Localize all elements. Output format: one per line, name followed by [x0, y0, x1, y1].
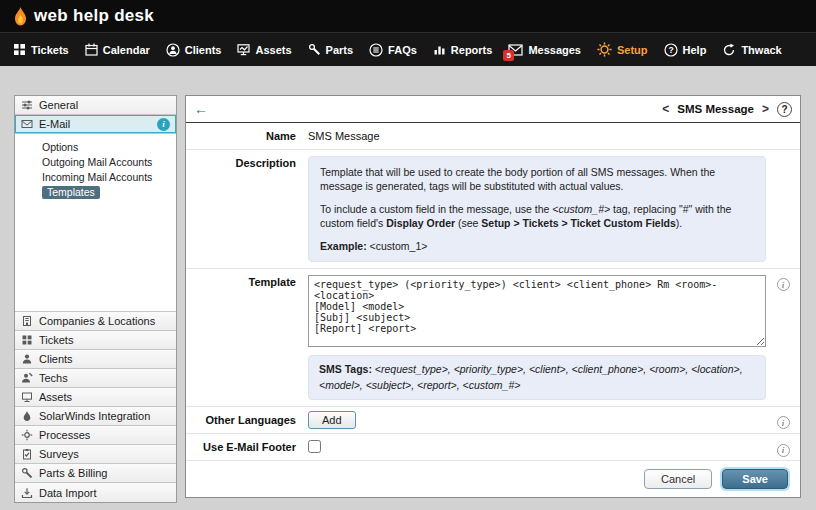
description-row: Description Template that will be used t… [186, 150, 800, 269]
sidebar-item-processes[interactable]: Processes [15, 426, 176, 445]
sidebar-item-templates[interactable]: Templates [42, 185, 176, 199]
messages-count-badge: 5 [503, 50, 513, 61]
email-subsection: Options Outgoing Mail Accounts Incoming … [15, 134, 176, 312]
tickets-icon [13, 43, 26, 56]
use-email-footer-info-icon[interactable]: i [777, 444, 790, 457]
template-label: Template [186, 269, 308, 295]
nav-label: Clients [185, 44, 222, 56]
use-email-footer-checkbox[interactable] [308, 440, 321, 453]
monitor-icon [21, 391, 33, 403]
sidebar-item-email[interactable]: E-Mail i [15, 115, 176, 134]
main-nav: Tickets Calendar Clients Assets Parts FA… [0, 32, 816, 66]
sidebar-item-surveys[interactable]: Surveys [15, 445, 176, 464]
faqs-icon [369, 43, 383, 57]
sidebar-item-options[interactable]: Options [42, 140, 176, 154]
email-icon [21, 118, 33, 130]
setup-sidebar: General E-Mail i Options Outgoing Mail A… [14, 95, 177, 503]
reports-icon [433, 43, 446, 56]
web-help-desk-app: web help desk Tickets Calendar Clients A… [0, 0, 816, 510]
sidebar-item-label: Parts & Billing [39, 467, 107, 479]
sidebar-item-label: Assets [39, 391, 72, 403]
sub-item-label: Options [42, 141, 78, 153]
flame-logo-icon [13, 7, 28, 26]
sidebar-item-label: Tickets [39, 334, 73, 346]
nav-item-clients[interactable]: Clients [166, 43, 222, 57]
sidebar-item-outgoing-mail-accounts[interactable]: Outgoing Mail Accounts [42, 155, 176, 169]
nav-label: Tickets [31, 44, 69, 56]
save-button[interactable]: Save [722, 469, 788, 489]
sidebar-item-incoming-mail-accounts[interactable]: Incoming Mail Accounts [42, 170, 176, 184]
sidebar-item-label: Companies & Locations [39, 315, 155, 327]
name-label: Name [186, 123, 308, 149]
name-value: SMS Message [308, 130, 766, 142]
other-languages-info-icon[interactable]: i [777, 416, 790, 429]
description-paragraph-1: Template that will be used to create the… [320, 165, 754, 194]
sidebar-item-techs[interactable]: Techs [15, 369, 176, 388]
nav-label: Thwack [741, 44, 781, 56]
sidebar-item-data-import[interactable]: Data Import [15, 483, 176, 502]
app-logo-text: web help desk [34, 6, 154, 26]
parts-icon [308, 43, 321, 56]
sidebar-item-companies-locations[interactable]: Companies & Locations [15, 312, 176, 331]
use-email-footer-row: Use E-Mail Footer i [186, 434, 800, 461]
description-label: Description [186, 150, 308, 176]
sidebar-item-assets[interactable]: Assets [15, 388, 176, 407]
sidebar-item-label: E-Mail [39, 118, 70, 130]
cancel-button[interactable]: Cancel [644, 469, 712, 489]
sidebar-item-clients[interactable]: Clients [15, 350, 176, 369]
nav-item-reports[interactable]: Reports [433, 43, 493, 56]
svg-text:?: ? [668, 45, 673, 55]
gear-icon [21, 429, 33, 441]
tech-person-icon [21, 372, 33, 384]
nav-item-faqs[interactable]: FAQs [369, 43, 417, 57]
nav-item-parts[interactable]: Parts [308, 43, 354, 56]
sms-tags-label: SMS Tags: [319, 363, 372, 375]
template-info-icon[interactable]: i [777, 278, 790, 291]
action-button-row: Cancel Save [186, 461, 800, 497]
nav-item-thwack[interactable]: Thwack [722, 43, 781, 57]
description-info-box: Template that will be used to create the… [308, 156, 766, 262]
sidebar-item-label: Techs [39, 372, 68, 384]
person-icon [21, 353, 33, 365]
sidebar-item-label: Clients [39, 353, 73, 365]
prev-template-icon[interactable]: < [662, 102, 669, 116]
sidebar-item-label: General [39, 99, 78, 111]
back-arrow-icon[interactable]: ← [194, 101, 208, 117]
add-language-button[interactable]: Add [308, 411, 356, 429]
sms-tags-box: SMS Tags: <request_type>, <priority_type… [308, 355, 766, 399]
page-title: SMS Message [677, 103, 754, 115]
calendar-icon [85, 43, 98, 56]
nav-item-calendar[interactable]: Calendar [85, 43, 150, 56]
nav-label: Assets [255, 44, 291, 56]
sub-item-label: Outgoing Mail Accounts [42, 156, 152, 168]
sidebar-item-general[interactable]: General [15, 96, 176, 115]
next-template-icon[interactable]: > [762, 102, 769, 116]
nav-item-assets[interactable]: Assets [237, 43, 291, 56]
sidebar-item-label: Surveys [39, 448, 79, 460]
sms-tags-list: <request_type>, <priority_type>, <client… [319, 363, 743, 390]
grid-icon [21, 334, 33, 346]
sidebar-item-tickets[interactable]: Tickets [15, 331, 176, 350]
setup-gear-icon [597, 42, 612, 57]
help-icon: ? [664, 43, 678, 57]
email-info-icon[interactable]: i [157, 118, 170, 131]
clipboard-check-icon [21, 448, 33, 460]
sub-item-label-active: Templates [42, 186, 100, 199]
panel-header: ← < SMS Message > ? [186, 96, 800, 123]
nav-item-help[interactable]: ? Help [664, 43, 707, 57]
sidebar-item-parts-billing[interactable]: Parts & Billing [15, 464, 176, 483]
sidebar-item-solarwinds-integration[interactable]: SolarWinds Integration [15, 407, 176, 426]
solarwinds-flame-icon [21, 410, 33, 422]
sub-item-label: Incoming Mail Accounts [42, 171, 152, 183]
template-textarea[interactable]: <request_type> (<priority_type>) <client… [308, 275, 766, 347]
nav-item-setup[interactable]: Setup [597, 42, 648, 57]
sidebar-item-label: Processes [39, 429, 90, 441]
description-paragraph-2: To include a custom field in the message… [320, 202, 754, 231]
nav-item-tickets[interactable]: Tickets [13, 43, 69, 56]
name-row: Name SMS Message [186, 123, 800, 150]
logo-bar: web help desk [0, 0, 816, 32]
nav-item-messages[interactable]: 5 Messages [508, 44, 581, 56]
clients-icon [166, 43, 180, 57]
sms-message-panel: ← < SMS Message > ? Name SMS Message Des… [185, 95, 801, 498]
help-button[interactable]: ? [777, 102, 792, 117]
